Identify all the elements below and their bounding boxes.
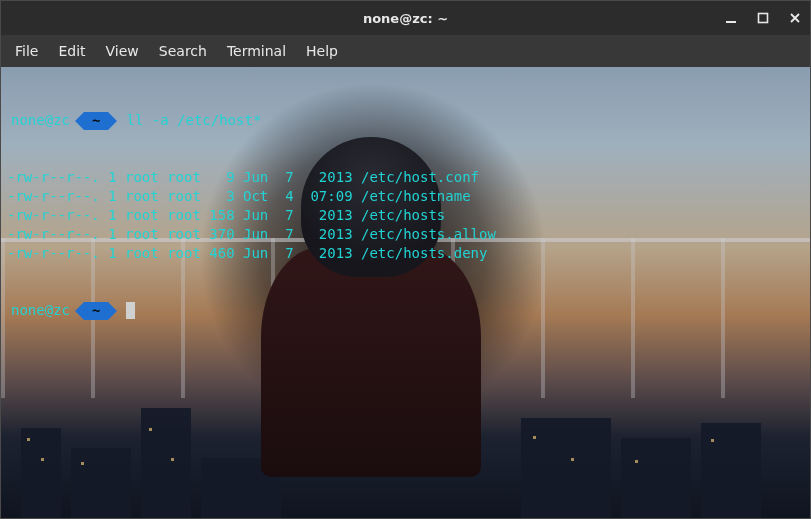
menu-edit[interactable]: Edit bbox=[50, 39, 93, 63]
maximize-button[interactable] bbox=[754, 9, 772, 27]
menu-help[interactable]: Help bbox=[298, 39, 346, 63]
prompt-user-host: none@zc bbox=[7, 111, 74, 130]
menu-terminal[interactable]: Terminal bbox=[219, 39, 294, 63]
minimize-button[interactable] bbox=[722, 9, 740, 27]
menu-file[interactable]: File bbox=[7, 39, 46, 63]
terminal-viewport[interactable]: none@zc ~ ll -a /etc/host* -rw-r--r--. 1… bbox=[1, 67, 810, 518]
prompt-user-host: none@zc bbox=[7, 301, 74, 320]
title-bar: none@zc: ~ bbox=[1, 1, 810, 35]
prompt-dir-segment: ~ bbox=[84, 302, 108, 320]
listing-output: -rw-r--r--. 1 root root 9 Jun 7 2013 /et… bbox=[7, 168, 804, 263]
listing-row: -rw-r--r--. 1 root root 460 Jun 7 2013 /… bbox=[7, 244, 804, 263]
prompt-line-2: none@zc ~ bbox=[7, 301, 804, 320]
prompt-dir-segment: ~ bbox=[84, 112, 108, 130]
window-controls bbox=[722, 1, 804, 35]
prompt-line-1: none@zc ~ ll -a /etc/host* bbox=[7, 111, 804, 130]
menu-view[interactable]: View bbox=[98, 39, 147, 63]
terminal-window: none@zc: ~ File Edit View Search Termina… bbox=[0, 0, 811, 519]
terminal-text[interactable]: none@zc ~ ll -a /etc/host* -rw-r--r--. 1… bbox=[1, 67, 810, 518]
listing-row: -rw-r--r--. 1 root root 3 Oct 4 07:09 /e… bbox=[7, 187, 804, 206]
window-title: none@zc: ~ bbox=[363, 11, 448, 26]
listing-row: -rw-r--r--. 1 root root 370 Jun 7 2013 /… bbox=[7, 225, 804, 244]
listing-row: -rw-r--r--. 1 root root 158 Jun 7 2013 /… bbox=[7, 206, 804, 225]
svg-rect-1 bbox=[759, 14, 768, 23]
listing-row: -rw-r--r--. 1 root root 9 Jun 7 2013 /et… bbox=[7, 168, 804, 187]
menu-search[interactable]: Search bbox=[151, 39, 215, 63]
entered-command: ll -a /etc/host* bbox=[126, 111, 261, 130]
close-button[interactable] bbox=[786, 9, 804, 27]
svg-rect-0 bbox=[726, 21, 736, 23]
menu-bar: File Edit View Search Terminal Help bbox=[1, 35, 810, 67]
cursor bbox=[126, 302, 135, 319]
